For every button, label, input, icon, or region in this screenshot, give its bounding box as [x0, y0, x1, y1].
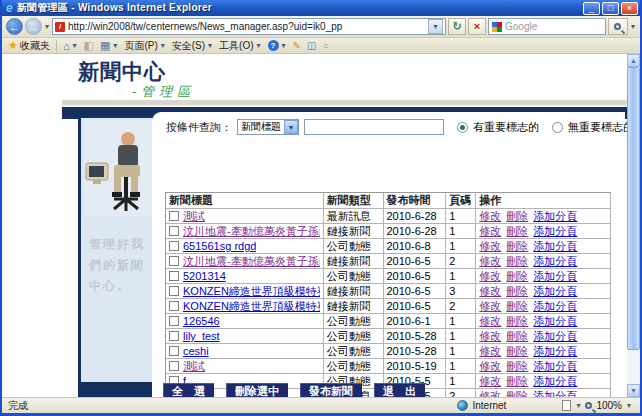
edit-link[interactable]: 修改 [479, 374, 501, 388]
search-options-dropdown-icon[interactable]: ▾ [630, 22, 636, 31]
home-button[interactable]: ⌂ ▾ [63, 40, 78, 52]
tools-menu[interactable]: 工具(O) ▾ [219, 39, 261, 53]
news-title-link[interactable]: ceshi [183, 344, 209, 358]
edit-link[interactable]: 修改 [479, 284, 501, 298]
zoom-dropdown-icon[interactable]: ▾ [626, 401, 632, 410]
minimize-button[interactable]: _ [583, 2, 600, 15]
select-all-button[interactable]: 全 選 [163, 383, 214, 397]
address-bar[interactable]: / http://win2008/tw/centernews/News_mana… [52, 18, 446, 35]
radio-no-flag[interactable] [552, 122, 563, 133]
stop-button[interactable]: × [468, 18, 486, 35]
address-dropdown-icon[interactable]: ▾ [428, 19, 443, 34]
delete-selected-button[interactable]: 刪除選中 [226, 383, 288, 397]
add-page-link[interactable]: 添加分頁 [533, 389, 577, 397]
search-button[interactable] [608, 18, 628, 35]
delete-link[interactable]: 刪除 [506, 389, 528, 397]
search-input[interactable]: Google [488, 18, 606, 35]
news-title-link[interactable]: KONZEN締造世界頂級模特賽事 [183, 284, 320, 298]
row-checkbox[interactable] [169, 241, 179, 251]
scroll-down-icon[interactable]: ▼ [627, 384, 640, 397]
news-title-link[interactable]: 汶川地震-牽動億萬炎黃子孫的心 [183, 224, 320, 238]
news-title-link[interactable]: 汶川地震-牽動億萬炎黃子孫的心 [183, 254, 320, 268]
print-button[interactable]: ▦ ▾ [100, 39, 118, 52]
select-dropdown-icon[interactable]: ▼ [284, 120, 298, 134]
keyword-input[interactable] [304, 119, 444, 135]
add-page-link[interactable]: 添加分頁 [533, 269, 577, 283]
delete-link[interactable]: 刪除 [506, 314, 528, 328]
row-checkbox[interactable] [169, 256, 179, 266]
edit-link[interactable]: 修改 [479, 239, 501, 253]
delete-link[interactable]: 刪除 [506, 329, 528, 343]
row-checkbox[interactable] [169, 346, 179, 356]
zoom-mode-dropdown-icon[interactable]: ▾ [575, 401, 581, 410]
page-menu[interactable]: 页面(P) ▾ [124, 39, 165, 53]
row-checkbox[interactable] [169, 226, 179, 236]
edit-link[interactable]: 修改 [479, 389, 501, 397]
news-title-link[interactable]: lily_test [183, 329, 220, 343]
scrollbar-thumb[interactable] [627, 67, 640, 350]
favorites-button[interactable]: ★ 收藏夹 [8, 39, 50, 53]
delete-link[interactable]: 刪除 [506, 209, 528, 223]
add-page-link[interactable]: 添加分頁 [533, 284, 577, 298]
exit-button[interactable]: 退 出 [374, 383, 425, 397]
add-page-link[interactable]: 添加分頁 [533, 209, 577, 223]
add-page-link[interactable]: 添加分頁 [533, 329, 577, 343]
close-button[interactable]: × [621, 2, 638, 15]
people-button[interactable]: ◫ [307, 40, 316, 51]
add-page-link[interactable]: 添加分頁 [533, 224, 577, 238]
news-title-link[interactable]: KONZEN締造世界頂級模特賽事 [183, 299, 320, 313]
zoom-control[interactable]: ▾ 100% ▾ [562, 400, 632, 411]
edit-link[interactable]: 修改 [479, 344, 501, 358]
restore-button[interactable]: □ [602, 2, 619, 15]
delete-link[interactable]: 刪除 [506, 254, 528, 268]
back-button[interactable]: ← [6, 18, 23, 35]
radio-has-flag[interactable] [457, 122, 468, 133]
history-dropdown-icon[interactable]: ▾ [44, 22, 50, 31]
delete-link[interactable]: 刪除 [506, 374, 528, 388]
add-page-link[interactable]: 添加分頁 [533, 314, 577, 328]
edit-link[interactable]: 修改 [479, 254, 501, 268]
delete-link[interactable]: 刪除 [506, 239, 528, 253]
edit-link[interactable]: 修改 [479, 359, 501, 373]
delete-link[interactable]: 刪除 [506, 269, 528, 283]
forward-button[interactable]: → [25, 18, 42, 35]
scroll-up-icon[interactable]: ▲ [627, 54, 640, 67]
edit-link[interactable]: 修改 [479, 299, 501, 313]
add-page-link[interactable]: 添加分頁 [533, 359, 577, 373]
delete-link[interactable]: 刪除 [506, 359, 528, 373]
news-field-select[interactable]: 新聞標題 ▼ [237, 119, 299, 135]
news-title-link[interactable]: 測試 [183, 359, 205, 373]
delete-link[interactable]: 刪除 [506, 284, 528, 298]
safety-menu[interactable]: 安全(S) ▾ [172, 39, 213, 53]
edit-link[interactable]: 修改 [479, 269, 501, 283]
row-checkbox[interactable] [169, 271, 179, 281]
news-title-link[interactable]: 測試 [183, 209, 205, 223]
delete-link[interactable]: 刪除 [506, 344, 528, 358]
messenger-button[interactable]: ○ [322, 40, 328, 51]
add-page-link[interactable]: 添加分頁 [533, 239, 577, 253]
news-title-link[interactable]: 5201314 [183, 269, 226, 283]
add-page-link[interactable]: 添加分頁 [533, 254, 577, 268]
delete-link[interactable]: 刪除 [506, 224, 528, 238]
news-title-link[interactable]: 651561sg rdgd [183, 239, 256, 253]
news-title-link[interactable]: 126546 [183, 314, 220, 328]
add-page-link[interactable]: 添加分頁 [533, 299, 577, 313]
row-checkbox[interactable] [169, 316, 179, 326]
feeds-button[interactable]: ◧ [84, 39, 94, 52]
refresh-button[interactable]: ↻ [448, 18, 466, 35]
help-menu[interactable]: ? ▾ [268, 40, 287, 51]
row-checkbox[interactable] [169, 286, 179, 296]
add-page-link[interactable]: 添加分頁 [533, 374, 577, 388]
add-page-link[interactable]: 添加分頁 [533, 344, 577, 358]
row-checkbox[interactable] [169, 361, 179, 371]
vertical-scrollbar[interactable]: ▲ ▼ [627, 54, 640, 397]
publish-news-button[interactable]: 發布新聞 [300, 383, 362, 397]
edit-link[interactable]: 修改 [479, 224, 501, 238]
edit-link[interactable]: 修改 [479, 209, 501, 223]
edit-link[interactable]: 修改 [479, 329, 501, 343]
edit-button[interactable]: ✎ [293, 40, 301, 51]
edit-link[interactable]: 修改 [479, 314, 501, 328]
row-checkbox[interactable] [169, 331, 179, 341]
delete-link[interactable]: 刪除 [506, 299, 528, 313]
row-checkbox[interactable] [169, 211, 179, 221]
